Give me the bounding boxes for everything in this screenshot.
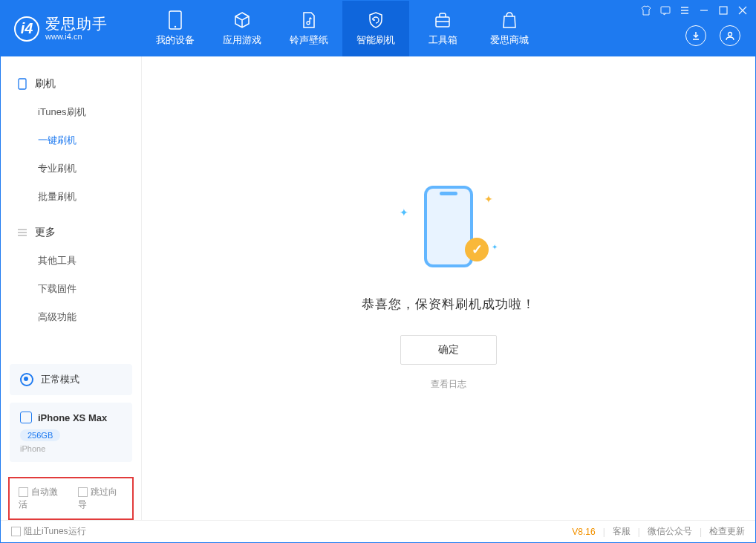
tab-label: 我的设备 xyxy=(156,33,195,47)
header-right-icons xyxy=(685,25,740,46)
check-badge-icon: ✓ xyxy=(465,238,489,261)
tab-label: 应用游戏 xyxy=(223,33,261,47)
footer-link-support[interactable]: 客服 xyxy=(613,525,630,538)
shopping-bag-icon xyxy=(501,11,518,29)
checkbox-options-highlighted: 自动激活 跳过向导 xyxy=(8,477,134,520)
app-subtitle: www.i4.cn xyxy=(45,32,108,41)
mode-card[interactable]: 正常模式 xyxy=(10,364,132,395)
checkbox-block-itunes[interactable]: 阻止iTunes运行 xyxy=(11,525,86,538)
svg-rect-6 xyxy=(19,79,26,89)
cube-icon xyxy=(233,11,251,29)
normal-mode-icon xyxy=(20,373,33,386)
sidebar-section-more: 更多 xyxy=(1,218,141,247)
tshirt-icon[interactable] xyxy=(641,5,651,16)
sidebar-item-itunes-flash[interactable]: iTunes刷机 xyxy=(1,98,141,126)
sidebar: 刷机 iTunes刷机 一键刷机 专业刷机 批量刷机 更多 其他工具 下载固件 … xyxy=(1,56,142,520)
sparkle-icon: ✦ xyxy=(492,243,498,251)
section-title: 刷机 xyxy=(35,77,56,91)
device-storage-badge: 256GB xyxy=(20,429,60,441)
checkbox-auto-activate[interactable]: 自动激活 xyxy=(19,486,65,511)
svg-point-1 xyxy=(175,25,176,27)
mode-label: 正常模式 xyxy=(41,373,79,386)
tab-ringtones-wallpapers[interactable]: 铃声壁纸 xyxy=(276,1,342,56)
ok-button[interactable]: 确定 xyxy=(400,335,497,365)
sidebar-item-other-tools[interactable]: 其他工具 xyxy=(1,247,141,275)
feedback-icon[interactable] xyxy=(660,5,671,16)
user-icon[interactable] xyxy=(720,25,740,46)
tab-smart-flash[interactable]: 智能刷机 xyxy=(342,1,409,56)
maximize-icon[interactable] xyxy=(718,5,729,16)
menu-icon[interactable] xyxy=(680,5,690,16)
phone-icon xyxy=(17,79,27,89)
app-title: 爱思助手 xyxy=(45,16,108,32)
sidebar-item-batch-flash[interactable]: 批量刷机 xyxy=(1,183,141,211)
download-icon[interactable] xyxy=(685,25,706,46)
view-log-link[interactable]: 查看日志 xyxy=(431,378,466,391)
logo-area[interactable]: i4 爱思助手 www.i4.cn xyxy=(1,1,142,56)
sidebar-item-download-firmware[interactable]: 下载固件 xyxy=(1,275,141,303)
sidebar-item-oneclick-flash[interactable]: 一键刷机 xyxy=(1,126,141,155)
checkbox-skip-wizard[interactable]: 跳过向导 xyxy=(78,486,124,511)
device-type: iPhone xyxy=(20,444,122,453)
tab-toolbox[interactable]: 工具箱 xyxy=(409,1,476,56)
sidebar-item-pro-flash[interactable]: 专业刷机 xyxy=(1,155,141,183)
footer-bar: 阻止iTunes运行 V8.16 | 客服 | 微信公众号 | 检查更新 xyxy=(1,520,755,542)
shield-refresh-icon xyxy=(367,11,385,29)
svg-rect-3 xyxy=(661,7,670,13)
footer-link-check-update[interactable]: 检查更新 xyxy=(709,525,745,538)
app-logo-icon: i4 xyxy=(14,16,39,42)
titlebar-controls xyxy=(641,5,748,16)
music-file-icon xyxy=(300,11,318,29)
minimize-icon[interactable] xyxy=(699,5,709,16)
tab-label: 铃声壁纸 xyxy=(290,33,328,47)
sidebar-section-flash: 刷机 xyxy=(1,70,141,98)
main-content: ✓ ✦ ✦ ✦ 恭喜您，保资料刷机成功啦！ 确定 查看日志 xyxy=(142,56,755,520)
sparkle-icon: ✦ xyxy=(484,193,493,205)
device-card[interactable]: iPhone XS Max 256GB iPhone xyxy=(10,403,132,462)
header-bar: i4 爱思助手 www.i4.cn 我的设备 应用游戏 铃声壁纸 智能刷机 工具… xyxy=(1,1,755,56)
device-icon xyxy=(166,11,184,29)
close-icon[interactable] xyxy=(737,5,748,16)
nav-tabs: 我的设备 应用游戏 铃声壁纸 智能刷机 工具箱 爱思商城 xyxy=(142,1,543,56)
svg-point-5 xyxy=(729,33,732,36)
tab-label: 智能刷机 xyxy=(356,33,395,47)
toolbox-icon xyxy=(434,11,452,29)
success-message: 恭喜您，保资料刷机成功啦！ xyxy=(362,296,535,313)
tab-store[interactable]: 爱思商城 xyxy=(476,1,543,56)
sparkle-icon: ✦ xyxy=(400,207,408,218)
section-title: 更多 xyxy=(35,226,56,239)
svg-rect-4 xyxy=(720,7,727,14)
device-name: iPhone XS Max xyxy=(38,412,107,423)
version-label: V8.16 xyxy=(572,527,595,537)
tab-apps-games[interactable]: 应用游戏 xyxy=(209,1,276,56)
sidebar-item-advanced[interactable]: 高级功能 xyxy=(1,303,141,331)
tab-label: 工具箱 xyxy=(428,33,457,47)
tab-my-device[interactable]: 我的设备 xyxy=(142,1,209,56)
tab-label: 爱思商城 xyxy=(490,33,529,47)
success-illustration: ✓ ✦ ✦ ✦ xyxy=(404,186,493,275)
footer-link-wechat[interactable]: 微信公众号 xyxy=(648,525,692,538)
device-phone-icon xyxy=(20,412,32,423)
list-icon xyxy=(17,227,27,238)
